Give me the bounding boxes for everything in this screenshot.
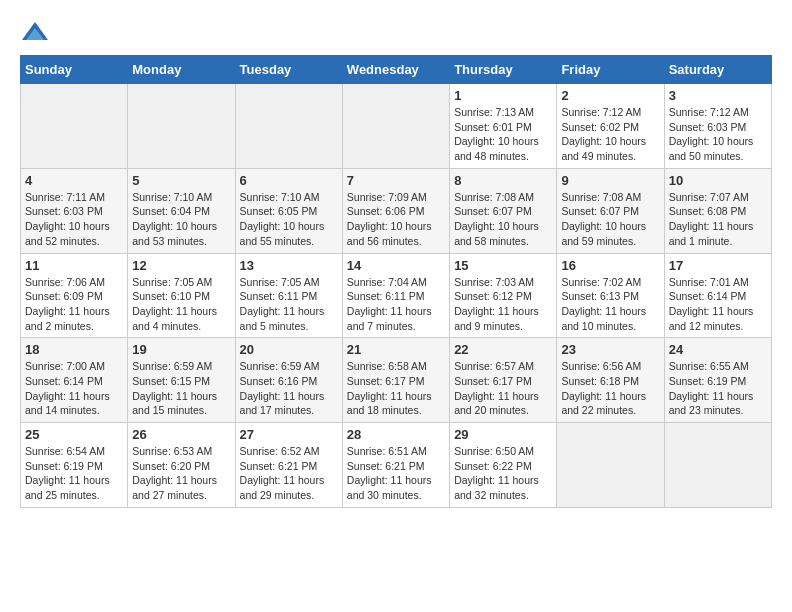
- calendar-cell: 4Sunrise: 7:11 AMSunset: 6:03 PMDaylight…: [21, 168, 128, 253]
- calendar-cell: 11Sunrise: 7:06 AMSunset: 6:09 PMDayligh…: [21, 253, 128, 338]
- day-number: 11: [25, 258, 123, 273]
- day-info: Sunrise: 7:06 AMSunset: 6:09 PMDaylight:…: [25, 275, 123, 334]
- header-row: SundayMondayTuesdayWednesdayThursdayFrid…: [21, 56, 772, 84]
- logo: [20, 20, 54, 45]
- header-thursday: Thursday: [450, 56, 557, 84]
- day-info: Sunrise: 6:53 AMSunset: 6:20 PMDaylight:…: [132, 444, 230, 503]
- calendar-cell: 3Sunrise: 7:12 AMSunset: 6:03 PMDaylight…: [664, 84, 771, 169]
- day-info: Sunrise: 6:52 AMSunset: 6:21 PMDaylight:…: [240, 444, 338, 503]
- calendar-cell: 7Sunrise: 7:09 AMSunset: 6:06 PMDaylight…: [342, 168, 449, 253]
- day-number: 17: [669, 258, 767, 273]
- day-number: 22: [454, 342, 552, 357]
- day-info: Sunrise: 7:00 AMSunset: 6:14 PMDaylight:…: [25, 359, 123, 418]
- calendar-cell: 24Sunrise: 6:55 AMSunset: 6:19 PMDayligh…: [664, 338, 771, 423]
- day-info: Sunrise: 7:04 AMSunset: 6:11 PMDaylight:…: [347, 275, 445, 334]
- day-info: Sunrise: 7:10 AMSunset: 6:05 PMDaylight:…: [240, 190, 338, 249]
- calendar-cell: 16Sunrise: 7:02 AMSunset: 6:13 PMDayligh…: [557, 253, 664, 338]
- page-header: [20, 20, 772, 45]
- header-sunday: Sunday: [21, 56, 128, 84]
- day-number: 16: [561, 258, 659, 273]
- day-info: Sunrise: 7:07 AMSunset: 6:08 PMDaylight:…: [669, 190, 767, 249]
- calendar-cell: 29Sunrise: 6:50 AMSunset: 6:22 PMDayligh…: [450, 423, 557, 508]
- calendar-cell: [342, 84, 449, 169]
- day-info: Sunrise: 6:58 AMSunset: 6:17 PMDaylight:…: [347, 359, 445, 418]
- day-info: Sunrise: 7:12 AMSunset: 6:02 PMDaylight:…: [561, 105, 659, 164]
- calendar-cell: 21Sunrise: 6:58 AMSunset: 6:17 PMDayligh…: [342, 338, 449, 423]
- day-number: 28: [347, 427, 445, 442]
- day-info: Sunrise: 7:08 AMSunset: 6:07 PMDaylight:…: [561, 190, 659, 249]
- calendar-cell: 9Sunrise: 7:08 AMSunset: 6:07 PMDaylight…: [557, 168, 664, 253]
- header-saturday: Saturday: [664, 56, 771, 84]
- day-info: Sunrise: 7:02 AMSunset: 6:13 PMDaylight:…: [561, 275, 659, 334]
- day-info: Sunrise: 6:50 AMSunset: 6:22 PMDaylight:…: [454, 444, 552, 503]
- day-number: 21: [347, 342, 445, 357]
- day-info: Sunrise: 7:05 AMSunset: 6:11 PMDaylight:…: [240, 275, 338, 334]
- week-row-5: 25Sunrise: 6:54 AMSunset: 6:19 PMDayligh…: [21, 423, 772, 508]
- calendar-cell: [21, 84, 128, 169]
- calendar-cell: 1Sunrise: 7:13 AMSunset: 6:01 PMDaylight…: [450, 84, 557, 169]
- day-number: 25: [25, 427, 123, 442]
- header-friday: Friday: [557, 56, 664, 84]
- day-number: 26: [132, 427, 230, 442]
- calendar-cell: 15Sunrise: 7:03 AMSunset: 6:12 PMDayligh…: [450, 253, 557, 338]
- calendar-cell: 13Sunrise: 7:05 AMSunset: 6:11 PMDayligh…: [235, 253, 342, 338]
- calendar-cell: 23Sunrise: 6:56 AMSunset: 6:18 PMDayligh…: [557, 338, 664, 423]
- week-row-2: 4Sunrise: 7:11 AMSunset: 6:03 PMDaylight…: [21, 168, 772, 253]
- week-row-4: 18Sunrise: 7:00 AMSunset: 6:14 PMDayligh…: [21, 338, 772, 423]
- day-number: 15: [454, 258, 552, 273]
- calendar-cell: 2Sunrise: 7:12 AMSunset: 6:02 PMDaylight…: [557, 84, 664, 169]
- week-row-1: 1Sunrise: 7:13 AMSunset: 6:01 PMDaylight…: [21, 84, 772, 169]
- calendar-cell: 28Sunrise: 6:51 AMSunset: 6:21 PMDayligh…: [342, 423, 449, 508]
- calendar-cell: 14Sunrise: 7:04 AMSunset: 6:11 PMDayligh…: [342, 253, 449, 338]
- day-info: Sunrise: 6:56 AMSunset: 6:18 PMDaylight:…: [561, 359, 659, 418]
- day-info: Sunrise: 7:08 AMSunset: 6:07 PMDaylight:…: [454, 190, 552, 249]
- day-info: Sunrise: 6:51 AMSunset: 6:21 PMDaylight:…: [347, 444, 445, 503]
- calendar-table: SundayMondayTuesdayWednesdayThursdayFrid…: [20, 55, 772, 508]
- day-number: 19: [132, 342, 230, 357]
- day-number: 12: [132, 258, 230, 273]
- day-info: Sunrise: 7:11 AMSunset: 6:03 PMDaylight:…: [25, 190, 123, 249]
- calendar-cell: 20Sunrise: 6:59 AMSunset: 6:16 PMDayligh…: [235, 338, 342, 423]
- day-number: 7: [347, 173, 445, 188]
- calendar-cell: 19Sunrise: 6:59 AMSunset: 6:15 PMDayligh…: [128, 338, 235, 423]
- day-info: Sunrise: 7:12 AMSunset: 6:03 PMDaylight:…: [669, 105, 767, 164]
- calendar-cell: 6Sunrise: 7:10 AMSunset: 6:05 PMDaylight…: [235, 168, 342, 253]
- day-number: 2: [561, 88, 659, 103]
- calendar-cell: 17Sunrise: 7:01 AMSunset: 6:14 PMDayligh…: [664, 253, 771, 338]
- day-number: 23: [561, 342, 659, 357]
- day-info: Sunrise: 6:57 AMSunset: 6:17 PMDaylight:…: [454, 359, 552, 418]
- calendar-body: 1Sunrise: 7:13 AMSunset: 6:01 PMDaylight…: [21, 84, 772, 508]
- day-number: 24: [669, 342, 767, 357]
- day-info: Sunrise: 6:55 AMSunset: 6:19 PMDaylight:…: [669, 359, 767, 418]
- day-number: 20: [240, 342, 338, 357]
- calendar-cell: [557, 423, 664, 508]
- day-info: Sunrise: 7:01 AMSunset: 6:14 PMDaylight:…: [669, 275, 767, 334]
- day-number: 10: [669, 173, 767, 188]
- calendar-cell: [664, 423, 771, 508]
- day-number: 5: [132, 173, 230, 188]
- day-info: Sunrise: 7:13 AMSunset: 6:01 PMDaylight:…: [454, 105, 552, 164]
- calendar-cell: 27Sunrise: 6:52 AMSunset: 6:21 PMDayligh…: [235, 423, 342, 508]
- day-number: 13: [240, 258, 338, 273]
- calendar-cell: 5Sunrise: 7:10 AMSunset: 6:04 PMDaylight…: [128, 168, 235, 253]
- day-number: 6: [240, 173, 338, 188]
- day-info: Sunrise: 7:03 AMSunset: 6:12 PMDaylight:…: [454, 275, 552, 334]
- day-info: Sunrise: 7:05 AMSunset: 6:10 PMDaylight:…: [132, 275, 230, 334]
- day-info: Sunrise: 6:54 AMSunset: 6:19 PMDaylight:…: [25, 444, 123, 503]
- day-info: Sunrise: 7:10 AMSunset: 6:04 PMDaylight:…: [132, 190, 230, 249]
- day-info: Sunrise: 6:59 AMSunset: 6:16 PMDaylight:…: [240, 359, 338, 418]
- calendar-cell: 8Sunrise: 7:08 AMSunset: 6:07 PMDaylight…: [450, 168, 557, 253]
- calendar-header: SundayMondayTuesdayWednesdayThursdayFrid…: [21, 56, 772, 84]
- day-number: 9: [561, 173, 659, 188]
- calendar-cell: 26Sunrise: 6:53 AMSunset: 6:20 PMDayligh…: [128, 423, 235, 508]
- calendar-cell: 22Sunrise: 6:57 AMSunset: 6:17 PMDayligh…: [450, 338, 557, 423]
- calendar-cell: 25Sunrise: 6:54 AMSunset: 6:19 PMDayligh…: [21, 423, 128, 508]
- header-monday: Monday: [128, 56, 235, 84]
- header-wednesday: Wednesday: [342, 56, 449, 84]
- day-info: Sunrise: 6:59 AMSunset: 6:15 PMDaylight:…: [132, 359, 230, 418]
- logo-icon: [20, 20, 50, 45]
- calendar-cell: 12Sunrise: 7:05 AMSunset: 6:10 PMDayligh…: [128, 253, 235, 338]
- day-info: Sunrise: 7:09 AMSunset: 6:06 PMDaylight:…: [347, 190, 445, 249]
- calendar-cell: 10Sunrise: 7:07 AMSunset: 6:08 PMDayligh…: [664, 168, 771, 253]
- day-number: 1: [454, 88, 552, 103]
